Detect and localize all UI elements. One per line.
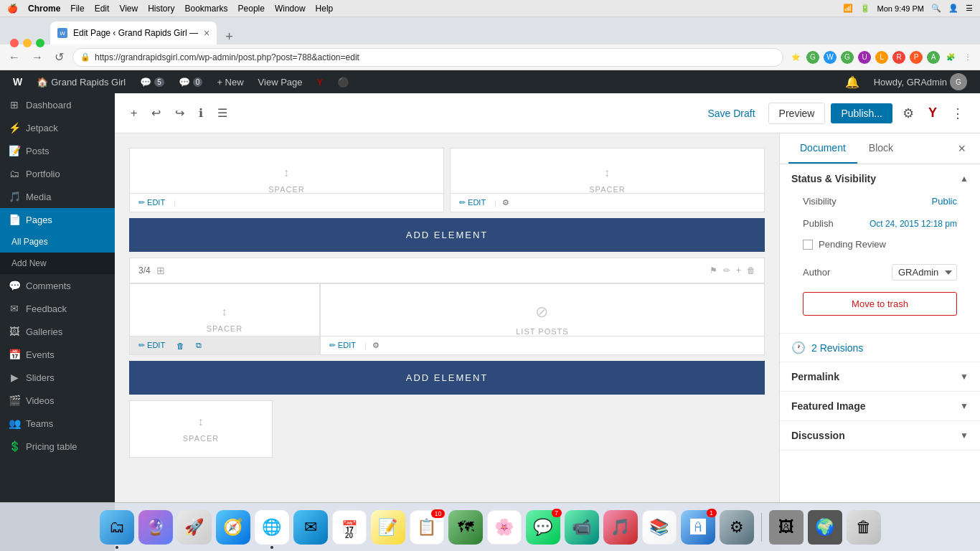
dock-safari[interactable]: 🧭 (216, 510, 250, 545)
sidebar-item-dashboard[interactable]: ⊞ Dashboard (0, 93, 115, 116)
edit-btn-2[interactable]: ✏ EDIT (456, 197, 489, 209)
info-button[interactable]: ℹ (194, 102, 207, 124)
builder-col-spacer-1[interactable]: ↕ SPACER ✏ EDIT | (129, 148, 444, 212)
edit-menu[interactable]: Edit (95, 4, 110, 14)
status-section-header[interactable]: Status & Visibility ▲ (791, 173, 969, 184)
ext-icon-2[interactable]: W (824, 51, 837, 64)
people-menu[interactable]: People (238, 4, 265, 14)
circle-item[interactable]: ⚫ (331, 70, 354, 93)
dock-books[interactable]: 📚 (642, 510, 677, 545)
dock-messages[interactable]: 💬 7 (526, 510, 560, 545)
profile-icon[interactable]: 👤 (948, 4, 958, 13)
sidebar-item-sliders[interactable]: ▶ Sliders (0, 366, 115, 389)
dock-photos2[interactable]: 🖼 (769, 510, 804, 545)
forward-button[interactable]: → (29, 50, 46, 65)
save-draft-button[interactable]: Save Draft (700, 103, 762, 123)
copy-btn-3[interactable]: ⧉ (193, 339, 204, 352)
back-button[interactable]: ← (6, 50, 23, 65)
sidebar-item-videos[interactable]: 🎬 Videos (0, 389, 115, 412)
window-menu[interactable]: Window (275, 4, 306, 14)
publish-value[interactable]: Oct 24, 2015 12:18 pm (870, 219, 957, 229)
ext-icon-7[interactable]: P (910, 51, 923, 64)
dock-photos[interactable]: 🌸 (487, 510, 522, 545)
tab-close-button[interactable]: × (204, 27, 209, 39)
site-name-item[interactable]: 🏠 Grand Rapids Girl (31, 70, 131, 93)
sidebar-item-posts[interactable]: 📝 Posts (0, 139, 115, 162)
sidebar-item-add-new[interactable]: Add New (0, 253, 115, 274)
delete-btn-3[interactable]: 🗑 (174, 340, 187, 352)
visibility-value[interactable]: Public (932, 196, 957, 207)
undo-button[interactable]: ↩ (147, 102, 165, 124)
dock-trash[interactable]: 🗑 (847, 510, 881, 545)
edit-btn-4[interactable]: ✏ EDIT (326, 339, 359, 352)
add-element-button-2[interactable]: ADD ELEMENT (129, 361, 765, 395)
minimize-traffic-light[interactable] (23, 39, 32, 47)
new-content-item[interactable]: + New (211, 70, 249, 93)
dock-mail[interactable]: ✉ (293, 510, 328, 545)
tab-document[interactable]: Document (788, 133, 857, 164)
dock-chrome[interactable]: 🌐 (255, 510, 289, 545)
refresh-button[interactable]: ↺ (52, 49, 67, 65)
revisions-row[interactable]: 🕐 2 Revisions (780, 334, 980, 362)
add-block-button[interactable]: + (126, 103, 141, 124)
preview-button[interactable]: Preview (768, 103, 826, 124)
ext-icon-6[interactable]: R (892, 51, 905, 64)
sidebar-item-galleries[interactable]: 🖼 Galleries (0, 320, 115, 343)
bookmarks-menu[interactable]: Bookmarks (185, 4, 228, 14)
edit-btn-3[interactable]: ✏ EDIT (136, 339, 168, 352)
search-icon[interactable]: 🔍 (931, 4, 941, 13)
edit-btn-1[interactable]: ✏ EDIT (136, 197, 168, 209)
help-menu[interactable]: Help (316, 4, 334, 14)
bookmark-icon[interactable]: ⭐ (789, 51, 802, 64)
more-options-button[interactable]: ⋮ (947, 101, 969, 126)
howdy-item[interactable]: Howdy, GRAdmin G (868, 70, 973, 93)
sidebar-item-jetpack[interactable]: ⚡ Jetpack (0, 116, 115, 139)
chrome-menu[interactable]: Chrome (28, 4, 60, 14)
permalink-header[interactable]: Permalink ▼ (791, 371, 969, 382)
new-tab-button[interactable]: + (220, 29, 239, 44)
add-element-button-1[interactable]: ADD ELEMENT (129, 218, 765, 252)
sidebar-item-events[interactable]: 📅 Events (0, 343, 115, 366)
sidebar-item-comments[interactable]: 💬 Comments (0, 274, 115, 297)
featured-image-header[interactable]: Featured Image ▼ (791, 400, 969, 412)
move-to-trash-button[interactable]: Move to trash (803, 292, 957, 316)
dock-facetime[interactable]: 📹 (565, 510, 599, 545)
dock-notes[interactable]: 📝 (371, 510, 405, 545)
sidebar-item-media[interactable]: 🎵 Media (0, 185, 115, 208)
maximize-traffic-light[interactable] (36, 39, 44, 47)
settings-button[interactable]: ⚙ (898, 101, 918, 126)
author-select[interactable]: GRAdmin (892, 264, 957, 281)
builder-col-spacer-bottom[interactable]: ↕ SPACER (129, 400, 273, 458)
builder-col-listposts[interactable]: ⊘ LIST POSTS ✏ EDIT | ⚙ (320, 283, 765, 355)
sidebar-item-all-pages[interactable]: All Pages (0, 231, 115, 253)
sidebar-item-pages[interactable]: 📄 Pages ◀ (0, 208, 115, 231)
yoast-button[interactable]: Y (924, 101, 941, 125)
revisions-link[interactable]: 2 Revisions (811, 342, 863, 354)
view-menu[interactable]: View (119, 4, 138, 14)
dock-calendar[interactable]: 📅 20 (332, 510, 367, 545)
ext-icon-5[interactable]: L (875, 51, 888, 64)
sidebar-item-pricing[interactable]: 💲 Pricing table (0, 435, 115, 458)
panel-close-button[interactable]: × (952, 133, 971, 164)
dock-appstore[interactable]: 🅰 1 (681, 510, 715, 545)
redo-button[interactable]: ↪ (171, 102, 189, 124)
address-bar[interactable]: 🔒 https://grandrapidsgirl.com/wp-admin/p… (72, 48, 783, 67)
builder-col-spacer-3[interactable]: ↕ SPACER ✏ EDIT 🗑 ⧉ (129, 283, 320, 355)
history-menu[interactable]: History (148, 4, 174, 14)
sidebar-item-teams[interactable]: 👥 Teams (0, 412, 115, 435)
dock-reminders[interactable]: 📋 10 (410, 510, 444, 545)
ext-icon-4[interactable]: U (858, 51, 871, 64)
pending-checkbox[interactable] (803, 240, 813, 250)
sidebar-item-feedback[interactable]: ✉ Feedback (0, 297, 115, 320)
dock-music[interactable]: 🎵 (603, 510, 638, 545)
yoast-icon-item[interactable]: Y (311, 70, 329, 93)
comments-count-item[interactable]: 💬 5 (134, 70, 170, 93)
dock-chrome2[interactable]: 🌍 (808, 510, 842, 545)
wp-logo-item[interactable]: W (7, 70, 28, 93)
tab-block[interactable]: Block (857, 133, 905, 164)
dock-siri[interactable]: 🔮 (138, 510, 173, 545)
sidebar-item-portfolio[interactable]: 🗂 Portfolio (0, 162, 115, 185)
extensions-btn[interactable]: 🧩 (944, 51, 957, 64)
dock-maps[interactable]: 🗺 (448, 510, 483, 545)
profile-btn[interactable]: A (927, 51, 940, 64)
